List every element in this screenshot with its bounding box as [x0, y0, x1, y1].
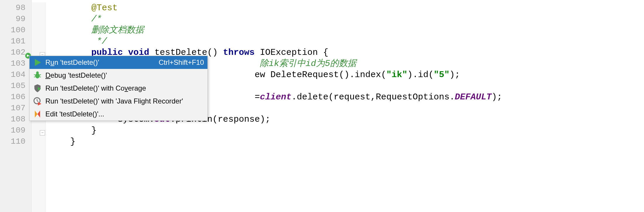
code-line: 删除文档数据 — [49, 25, 644, 36]
code-editor: 98 99 100 101 102 103 104 105 106 107 10… — [0, 0, 644, 212]
svg-line-5 — [34, 77, 36, 77]
menu-label: Run 'testDelete()' with 'Java Flight Rec… — [45, 97, 204, 105]
code-line: } — [49, 136, 644, 147]
string-literal: "ik" — [386, 70, 407, 80]
line-number: 109 — [0, 125, 31, 136]
line-number: 108 — [0, 114, 31, 125]
line-number-gutter: 98 99 100 101 102 103 104 105 106 107 10… — [0, 0, 32, 212]
line-number: 106 — [0, 91, 31, 103]
svg-line-3 — [34, 74, 36, 75]
code-line: @Test — [49, 2, 644, 13]
svg-line-4 — [39, 74, 41, 75]
menu-item-coverage[interactable]: Run 'testDelete()' with Coverage — [30, 82, 207, 95]
line-number: 100 — [0, 25, 31, 36]
svg-line-6 — [39, 77, 41, 77]
menu-item-jfr[interactable]: Run 'testDelete()' with 'Java Flight Rec… — [30, 95, 207, 108]
line-number: 110 — [0, 136, 31, 147]
comment: 除ik索引中id为5的数据 — [260, 59, 356, 69]
play-icon — [33, 58, 42, 67]
class-name: IOException — [260, 48, 318, 57]
string-literal: "5" — [434, 70, 449, 80]
comment: /* — [91, 14, 102, 24]
menu-item-debug[interactable]: Debug 'testDelete()' — [30, 69, 207, 82]
comment: 删除文档数据 — [91, 25, 144, 35]
bug-icon — [33, 71, 42, 80]
shield-play-icon — [33, 84, 42, 93]
code-line: /* — [49, 13, 644, 25]
comment: */ — [91, 36, 107, 46]
field: client — [260, 92, 291, 102]
edit-config-icon — [33, 110, 42, 118]
menu-item-run[interactable]: Run 'testDelete()' Ctrl+Shift+F10 — [30, 56, 207, 69]
annotation: @Test — [91, 3, 118, 13]
keyword: throws — [223, 48, 255, 57]
menu-item-edit[interactable]: Edit 'testDelete()'... — [30, 108, 207, 121]
line-number: 98 — [0, 2, 31, 13]
constant: DEFAULT — [455, 92, 492, 102]
menu-label: Run 'testDelete()' with Coverage — [45, 84, 204, 92]
line-number: 104 — [0, 69, 31, 80]
line-number: 101 — [0, 36, 31, 47]
line-number: 99 — [0, 13, 31, 25]
svg-point-2 — [36, 72, 39, 74]
menu-label: Run 'testDelete()' — [45, 58, 153, 67]
line-number: 105 — [0, 80, 31, 91]
line-number: 103 — [0, 58, 31, 69]
menu-label: Edit 'testDelete()'... — [45, 110, 204, 118]
menu-shortcut: Ctrl+Shift+F10 — [153, 58, 204, 67]
code-line: */ — [49, 36, 644, 47]
line-number: 107 — [0, 103, 31, 114]
context-menu: Run 'testDelete()' Ctrl+Shift+F10 Debug … — [29, 56, 208, 121]
menu-label: Debug 'testDelete()' — [45, 71, 204, 79]
clock-play-icon — [33, 97, 42, 106]
code-line: } — [49, 125, 644, 136]
svg-line-9 — [37, 101, 39, 102]
